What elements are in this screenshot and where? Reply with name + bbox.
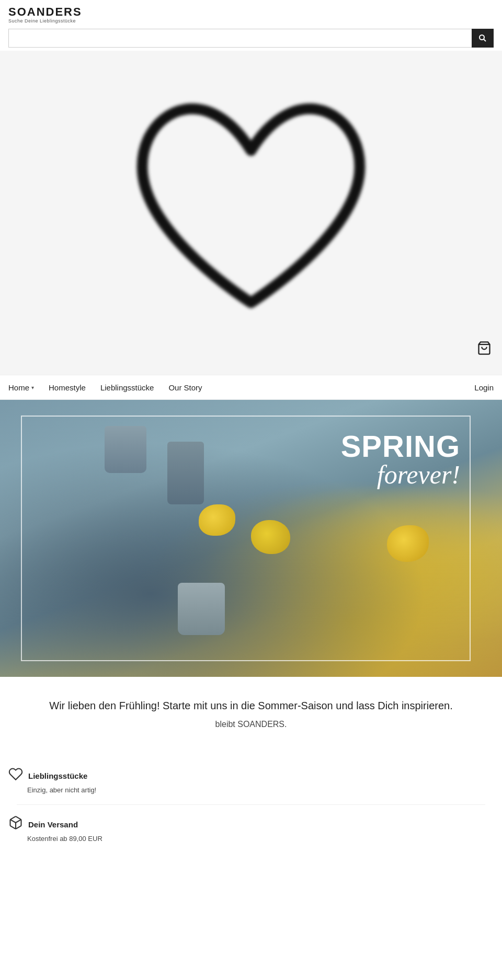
nav-homestyle-label: Homestyle (49, 383, 86, 392)
search-icon (478, 34, 487, 42)
cup-decoration-2 (167, 442, 204, 504)
feature-icon-row-1: Lieblingsstücke (8, 767, 87, 785)
lemon-decoration-1 (199, 504, 235, 536)
package-icon (8, 815, 23, 834)
search-bar (0, 26, 502, 51)
nav-item-lieblingsstuecke[interactable]: Lieblingsstücke (100, 383, 154, 392)
hero-banner: SPRING forever! (0, 400, 502, 677)
lemon-decoration-2 (251, 520, 290, 554)
nav-home-label: Home (8, 383, 29, 392)
main-nav: Home ▾ Homestyle Lieblingsstücke Our Sto… (0, 375, 502, 400)
nav-item-our-story[interactable]: Our Story (168, 383, 202, 392)
header: SOANDERS Suche Deine Lieblingsstücke (0, 0, 502, 26)
feature-item-lieblingsstuecke: Lieblingsstücke Einzig, aber nicht artig… (8, 760, 494, 800)
heart-icon (8, 767, 23, 785)
banner-spring-text: SPRING (341, 431, 460, 462)
svg-point-0 (480, 35, 484, 40)
banner-scene: SPRING forever! (0, 400, 502, 677)
cup-decoration-3 (178, 583, 225, 635)
nav-lieblingsstuecke-label: Lieblingsstücke (100, 383, 154, 392)
hero-heart-section (0, 51, 502, 375)
banner-text-block: SPRING forever! (341, 431, 460, 488)
feature-title-2: Dein Versand (28, 820, 78, 829)
feature-title-1: Lieblingsstücke (28, 771, 87, 780)
nav-item-home[interactable]: Home ▾ (8, 383, 34, 392)
chevron-down-icon: ▾ (31, 385, 34, 390)
banner-forever-text: forever! (341, 462, 460, 488)
logo[interactable]: SOANDERS Suche Deine Lieblingsstücke (8, 6, 82, 24)
search-button[interactable] (472, 29, 494, 48)
feature-desc-1: Einzig, aber nicht artig! (8, 786, 96, 794)
lemon-decoration-3 (387, 525, 429, 562)
feature-desc-2: Kostenfrei ab 89,00 EUR (8, 835, 102, 843)
svg-line-1 (484, 39, 486, 41)
features-section: Lieblingsstücke Einzig, aber nicht artig… (0, 740, 502, 859)
tagline-sub: bleibt SOANDERS. (31, 720, 471, 729)
brand-name: SOANDERS (8, 6, 82, 18)
search-input[interactable] (9, 29, 472, 47)
nav-item-homestyle[interactable]: Homestyle (49, 383, 86, 392)
divider-1 (17, 804, 485, 805)
tagline-main: Wir lieben den Frühling! Starte mit uns … (31, 698, 471, 713)
nav-our-story-label: Our Story (168, 383, 202, 392)
brand-tagline: Suche Deine Lieblingsstücke (8, 19, 82, 24)
heart-image (115, 82, 387, 333)
nav-login[interactable]: Login (474, 383, 494, 392)
feature-icon-row-2: Dein Versand (8, 815, 78, 834)
search-input-wrap (8, 29, 472, 48)
feature-item-versand: Dein Versand Kostenfrei ab 89,00 EUR (8, 809, 494, 849)
cup-decoration-1 (105, 426, 146, 473)
tagline-section: Wir lieben den Frühling! Starte mit uns … (0, 677, 502, 740)
cart-icon (477, 341, 492, 355)
cart-icon-area[interactable] (477, 341, 492, 359)
